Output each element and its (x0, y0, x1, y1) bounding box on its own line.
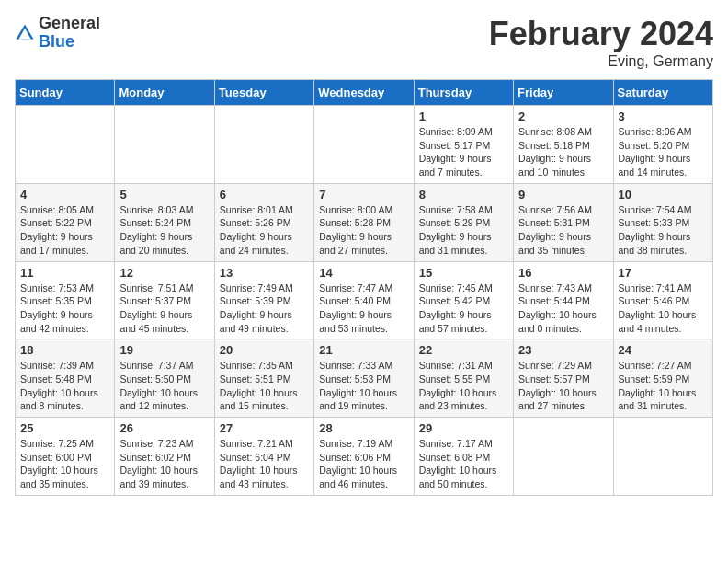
day-number: 22 (419, 343, 508, 357)
day-number: 26 (119, 421, 209, 435)
day-info: Sunrise: 7:47 AM Sunset: 5:40 PM Dayligh… (319, 282, 408, 336)
day-info: Sunrise: 7:17 AM Sunset: 6:08 PM Dayligh… (419, 437, 508, 491)
day-number: 12 (119, 266, 209, 280)
day-number: 21 (319, 343, 408, 357)
logo-icon (15, 23, 35, 43)
header-monday: Monday (115, 80, 214, 106)
table-row: 1Sunrise: 8:09 AM Sunset: 5:17 PM Daylig… (414, 106, 513, 184)
table-row: 20Sunrise: 7:35 AM Sunset: 5:51 PM Dayli… (214, 339, 313, 418)
day-info: Sunrise: 8:03 AM Sunset: 5:24 PM Dayligh… (119, 203, 209, 258)
table-row: 12Sunrise: 7:51 AM Sunset: 5:37 PM Dayli… (115, 261, 214, 339)
day-info: Sunrise: 7:54 AM Sunset: 5:33 PM Dayligh… (619, 203, 708, 258)
day-info: Sunrise: 7:35 AM Sunset: 5:51 PM Dayligh… (220, 359, 309, 413)
calendar-subtitle: Eving, Germany (489, 53, 713, 70)
day-info: Sunrise: 8:00 AM Sunset: 5:28 PM Dayligh… (319, 203, 408, 258)
day-info: Sunrise: 8:05 AM Sunset: 5:22 PM Dayligh… (20, 203, 109, 258)
day-number: 27 (220, 421, 309, 435)
header-thursday: Thursday (414, 80, 513, 106)
table-row: 14Sunrise: 7:47 AM Sunset: 5:40 PM Dayli… (314, 261, 414, 339)
day-info: Sunrise: 7:29 AM Sunset: 5:57 PM Dayligh… (518, 359, 608, 413)
title-block: February 2024 Eving, Germany (489, 15, 713, 70)
day-number: 15 (419, 266, 508, 280)
table-row: 15Sunrise: 7:45 AM Sunset: 5:42 PM Dayli… (414, 261, 513, 339)
day-info: Sunrise: 7:58 AM Sunset: 5:29 PM Dayligh… (419, 203, 508, 258)
table-row: 26Sunrise: 7:23 AM Sunset: 6:02 PM Dayli… (115, 418, 214, 496)
day-info: Sunrise: 7:37 AM Sunset: 5:50 PM Dayligh… (119, 359, 209, 413)
day-number: 28 (319, 421, 408, 435)
day-info: Sunrise: 7:33 AM Sunset: 5:53 PM Dayligh… (319, 359, 408, 413)
day-info: Sunrise: 8:06 AM Sunset: 5:20 PM Dayligh… (619, 125, 708, 179)
day-info: Sunrise: 7:31 AM Sunset: 5:55 PM Dayligh… (419, 359, 508, 413)
day-number: 16 (518, 266, 608, 280)
table-row (16, 106, 115, 184)
day-info: Sunrise: 7:53 AM Sunset: 5:35 PM Dayligh… (20, 282, 109, 336)
table-row: 22Sunrise: 7:31 AM Sunset: 5:55 PM Dayli… (414, 339, 513, 418)
day-number: 24 (619, 343, 708, 357)
table-row: 25Sunrise: 7:25 AM Sunset: 6:00 PM Dayli… (16, 418, 115, 496)
day-info: Sunrise: 7:25 AM Sunset: 6:00 PM Dayligh… (20, 437, 109, 491)
day-number: 11 (20, 266, 109, 280)
day-info: Sunrise: 8:08 AM Sunset: 5:18 PM Dayligh… (518, 125, 608, 179)
table-row: 11Sunrise: 7:53 AM Sunset: 5:35 PM Dayli… (16, 261, 115, 339)
table-row: 9Sunrise: 7:56 AM Sunset: 5:31 PM Daylig… (514, 183, 613, 261)
day-number: 8 (419, 188, 508, 201)
table-row: 23Sunrise: 7:29 AM Sunset: 5:57 PM Dayli… (514, 339, 613, 418)
table-row: 5Sunrise: 8:03 AM Sunset: 5:24 PM Daylig… (115, 183, 214, 261)
table-row (314, 106, 414, 184)
logo-text: General Blue (39, 15, 100, 52)
header-sunday: Sunday (16, 80, 115, 106)
calendar-table: Sunday Monday Tuesday Wednesday Thursday… (15, 79, 713, 496)
table-row: 17Sunrise: 7:41 AM Sunset: 5:46 PM Dayli… (613, 261, 712, 339)
calendar-header-row: Sunday Monday Tuesday Wednesday Thursday… (16, 80, 713, 106)
table-row: 18Sunrise: 7:39 AM Sunset: 5:48 PM Dayli… (16, 339, 115, 418)
day-number: 29 (419, 421, 508, 435)
day-info: Sunrise: 8:01 AM Sunset: 5:26 PM Dayligh… (220, 203, 309, 258)
day-number: 6 (220, 188, 309, 201)
table-row: 24Sunrise: 7:27 AM Sunset: 5:59 PM Dayli… (613, 339, 712, 418)
day-number: 1 (419, 109, 508, 123)
page-header: General Blue February 2024 Eving, German… (15, 15, 713, 70)
table-row: 16Sunrise: 7:43 AM Sunset: 5:44 PM Dayli… (514, 261, 613, 339)
day-number: 17 (619, 266, 708, 280)
day-info: Sunrise: 7:39 AM Sunset: 5:48 PM Dayligh… (20, 359, 109, 413)
day-number: 20 (220, 343, 309, 357)
day-number: 23 (518, 343, 608, 357)
table-row: 8Sunrise: 7:58 AM Sunset: 5:29 PM Daylig… (414, 183, 513, 261)
day-number: 19 (119, 343, 209, 357)
day-info: Sunrise: 8:09 AM Sunset: 5:17 PM Dayligh… (419, 125, 508, 179)
header-wednesday: Wednesday (314, 80, 414, 106)
table-row: 2Sunrise: 8:08 AM Sunset: 5:18 PM Daylig… (514, 106, 613, 184)
table-row: 7Sunrise: 8:00 AM Sunset: 5:28 PM Daylig… (314, 183, 414, 261)
table-row: 29Sunrise: 7:17 AM Sunset: 6:08 PM Dayli… (414, 418, 513, 496)
logo-blue: Blue (39, 33, 100, 52)
day-info: Sunrise: 7:56 AM Sunset: 5:31 PM Dayligh… (518, 203, 608, 258)
calendar-week-row: 1Sunrise: 8:09 AM Sunset: 5:17 PM Daylig… (16, 106, 713, 184)
day-info: Sunrise: 7:19 AM Sunset: 6:06 PM Dayligh… (319, 437, 408, 491)
logo: General Blue (15, 15, 100, 52)
day-info: Sunrise: 7:27 AM Sunset: 5:59 PM Dayligh… (619, 359, 708, 413)
day-info: Sunrise: 7:41 AM Sunset: 5:46 PM Dayligh… (619, 282, 708, 336)
calendar-week-row: 4Sunrise: 8:05 AM Sunset: 5:22 PM Daylig… (16, 183, 713, 261)
day-number: 7 (319, 188, 408, 201)
day-number: 2 (518, 109, 608, 123)
day-info: Sunrise: 7:23 AM Sunset: 6:02 PM Dayligh… (119, 437, 209, 491)
table-row (115, 106, 214, 184)
calendar-title: February 2024 (489, 15, 713, 53)
day-number: 25 (20, 421, 109, 435)
table-row (214, 106, 313, 184)
table-row: 4Sunrise: 8:05 AM Sunset: 5:22 PM Daylig… (16, 183, 115, 261)
logo-general: General (39, 15, 100, 33)
day-info: Sunrise: 7:21 AM Sunset: 6:04 PM Dayligh… (220, 437, 309, 491)
header-saturday: Saturday (613, 80, 712, 106)
table-row (613, 418, 712, 496)
day-number: 18 (20, 343, 109, 357)
table-row: 21Sunrise: 7:33 AM Sunset: 5:53 PM Dayli… (314, 339, 414, 418)
day-number: 14 (319, 266, 408, 280)
calendar-week-row: 18Sunrise: 7:39 AM Sunset: 5:48 PM Dayli… (16, 339, 713, 418)
table-row: 3Sunrise: 8:06 AM Sunset: 5:20 PM Daylig… (613, 106, 712, 184)
table-row: 27Sunrise: 7:21 AM Sunset: 6:04 PM Dayli… (214, 418, 313, 496)
header-tuesday: Tuesday (214, 80, 313, 106)
table-row: 28Sunrise: 7:19 AM Sunset: 6:06 PM Dayli… (314, 418, 414, 496)
day-number: 4 (20, 188, 109, 201)
day-info: Sunrise: 7:51 AM Sunset: 5:37 PM Dayligh… (119, 282, 209, 336)
